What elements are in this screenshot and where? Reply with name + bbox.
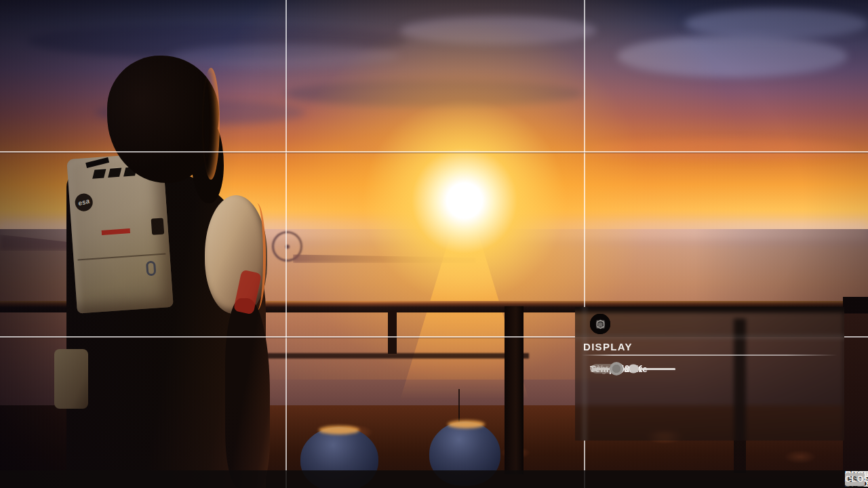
grid-line-vertical-left xyxy=(285,0,287,488)
grid-toggle[interactable] xyxy=(591,364,623,373)
settings-rows: Brightness 1.00 ◂ ▸ Temperature 6500K ◂ … xyxy=(575,357,844,358)
grid-line-horizontal-top xyxy=(0,151,868,152)
hotkey-bar: ALT SHOW MOUSE F MENU T Y CHANGE TAB R R… xyxy=(0,470,868,488)
tab-filters[interactable] xyxy=(590,314,610,334)
display-settings-panel: DISPLAY Brightness 1.00 ◂ ▸ Temperature … xyxy=(575,307,844,441)
toggle-knob[interactable] xyxy=(610,362,623,375)
photo-mode-tabs xyxy=(575,307,844,337)
title-separator xyxy=(582,354,837,356)
hexagon-icon xyxy=(595,319,606,330)
slider-knob[interactable] xyxy=(630,365,639,373)
photo-mode-screen: esa xyxy=(0,0,868,488)
panel-title: DISPLAY xyxy=(583,341,633,352)
